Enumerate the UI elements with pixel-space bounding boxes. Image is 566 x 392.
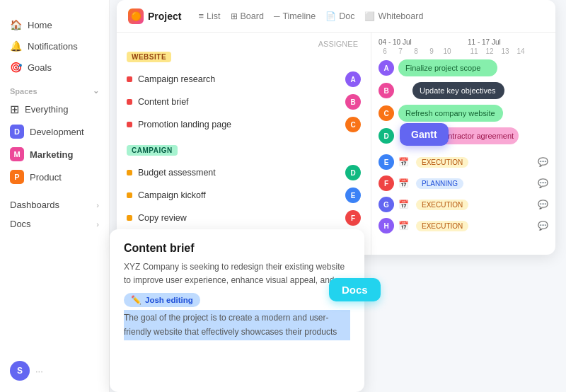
sidebar-item-dashboards[interactable]: Dashboards › xyxy=(0,195,109,214)
gantt-status-row: G 📅 EXECUTION 💬 xyxy=(379,194,548,215)
everything-icon: ⊞ xyxy=(10,103,19,116)
gantt-bar-row: C Refresh company website xyxy=(379,105,548,122)
assignee-avatar: C xyxy=(379,105,394,121)
development-dot: D xyxy=(10,125,24,139)
assignee-avatar: B xyxy=(345,94,361,110)
task-dot xyxy=(127,170,132,175)
assignee-avatar: F xyxy=(345,210,361,226)
docs-highlighted-text: The goal of the project is to create a m… xyxy=(124,310,350,340)
tab-list-label: List xyxy=(207,11,220,21)
chevron-right-icon: › xyxy=(96,220,99,229)
assignee-avatar: E xyxy=(345,188,361,203)
status-badge: EXECUTION xyxy=(416,200,468,210)
chevron-right-icon: › xyxy=(96,201,99,209)
gantt-day: 14 xyxy=(514,47,527,55)
whiteboard-icon: ⬜ xyxy=(364,11,375,21)
gantt-status-row: H 📅 EXECUTION 💬 xyxy=(379,215,548,236)
task-row: Campaign research A xyxy=(127,68,361,91)
status-badge: EXECUTION xyxy=(416,157,468,168)
project-icon: 🟠 xyxy=(128,8,144,24)
tab-doc[interactable]: 📄 Doc xyxy=(325,10,354,23)
dashboards-label: Dashboards xyxy=(10,200,59,210)
assignee-avatar: D xyxy=(379,128,394,144)
sidebar-item-notifications[interactable]: 🔔 Notifications xyxy=(0,35,109,57)
task-name: Promotion landing page xyxy=(138,120,231,129)
sidebar-item-docs[interactable]: Docs › xyxy=(0,214,109,234)
assignee-avatar: D xyxy=(345,165,361,180)
task-dot xyxy=(127,76,132,82)
task-row: Promotion landing page C xyxy=(127,113,361,136)
goals-icon: 🎯 xyxy=(10,62,22,73)
calendar-icon: 📅 xyxy=(398,221,409,231)
user-menu-dots: ··· xyxy=(35,366,43,376)
task-name: Budget assessment xyxy=(138,168,216,178)
spaces-section-label: Spaces ⌄ xyxy=(0,78,109,98)
avatar: S xyxy=(10,361,30,381)
sidebar-item-goals[interactable]: 🎯 Goals xyxy=(0,57,109,78)
task-dot xyxy=(127,122,132,127)
task-name: Campaign kickoff xyxy=(138,190,206,200)
assignee-avatar: A xyxy=(345,71,361,87)
task-dot xyxy=(127,192,132,198)
status-badge: EXECUTION xyxy=(416,221,468,231)
calendar-icon: 📅 xyxy=(398,178,409,188)
sidebar-item-development[interactable]: D Development xyxy=(0,120,109,143)
calendar-icon: 📅 xyxy=(398,157,409,167)
docs-title: Content brief xyxy=(124,242,350,255)
gantt-status-row: E 📅 EXECUTION 💬 xyxy=(379,151,548,173)
gantt-week2-label: 11 - 17 Jul xyxy=(468,38,527,46)
sidebar-item-label: Marketing xyxy=(30,149,73,160)
gantt-dates: 04 - 10 Jul 6 7 8 9 10 11 - 17 Jul xyxy=(379,38,548,55)
gantt-day: 13 xyxy=(499,47,512,55)
task-name: Content brief xyxy=(138,97,189,107)
status-badge: PLANNING xyxy=(416,178,463,189)
calendar-icon: 📅 xyxy=(398,200,409,209)
marketing-dot: M xyxy=(10,147,24,161)
sidebar-item-everything[interactable]: ⊞ Everything xyxy=(0,98,109,120)
tab-board-label: Board xyxy=(241,11,264,21)
task-name: Campaign research xyxy=(138,74,215,84)
tab-timeline[interactable]: ─ Timeline xyxy=(274,10,316,23)
gantt-day: 12 xyxy=(483,47,496,55)
task-row: Copy review F xyxy=(127,207,361,229)
gantt-week2: 11 - 17 Jul 11 12 13 14 xyxy=(468,38,527,55)
docs-body-paragraph1: XYZ Company is seeking to redesign their… xyxy=(124,260,350,287)
sidebar-item-label: Development xyxy=(30,127,84,137)
gantt-day: 8 xyxy=(410,47,422,55)
chevron-down-icon: ⌄ xyxy=(93,86,99,96)
gantt-day: 9 xyxy=(425,47,438,55)
sidebar-item-home[interactable]: 🏠 Home xyxy=(0,14,109,35)
sidebar-item-product[interactable]: P Product xyxy=(0,166,109,188)
gantt-day: 10 xyxy=(441,47,454,55)
assignee-col-header: ASSIGNEE xyxy=(127,40,361,48)
gantt-day: 7 xyxy=(394,47,407,55)
project-title-area: 🟠 Project xyxy=(128,8,181,24)
gantt-week1-label: 04 - 10 Jul xyxy=(379,38,454,46)
sidebar-user[interactable]: S ··· xyxy=(0,357,109,385)
tab-whiteboard[interactable]: ⬜ Whiteboard xyxy=(364,10,423,23)
task-row: Budget assessment D xyxy=(127,161,361,184)
tab-timeline-label: Timeline xyxy=(282,11,316,21)
gantt-status-row: F 📅 PLANNING 💬 xyxy=(379,173,548,194)
project-nav: ≡ List ⊞ Board ─ Timeline 📄 Doc ⬜ Whi xyxy=(198,9,423,23)
gantt-status-rows: E 📅 EXECUTION 💬 F 📅 PLANNING 💬 G 📅 xyxy=(379,151,548,236)
pencil-icon: ✏️ xyxy=(131,295,142,305)
gantt-bar-row: A Finalize project scope xyxy=(379,59,548,76)
main-area: 🟠 Project ≡ List ⊞ Board ─ Timeline 📄 xyxy=(110,0,566,392)
gantt-bar-row: B Update key objectives xyxy=(379,82,548,99)
gantt-panel: 04 - 10 Jul 6 7 8 9 10 11 - 17 Jul xyxy=(371,33,555,255)
assignee-avatar: H xyxy=(379,218,394,234)
sidebar-item-label: Everything xyxy=(25,104,68,115)
sidebar-item-marketing[interactable]: M Marketing xyxy=(0,143,109,166)
assignee-avatar: E xyxy=(379,154,394,170)
task-dot xyxy=(127,99,132,105)
docs-tooltip: Docs xyxy=(329,278,381,301)
gantt-bar: Update key objectives xyxy=(412,82,504,99)
chat-icon: 💬 xyxy=(538,157,548,167)
docs-card: Content brief XYZ Company is seeking to … xyxy=(110,229,364,392)
project-body: ASSIGNEE WEBSITE Campaign research A Con… xyxy=(117,33,555,255)
tab-list[interactable]: ≡ List xyxy=(198,9,220,23)
tab-board[interactable]: ⊞ Board xyxy=(231,10,264,23)
task-row: Content brief B xyxy=(127,91,361,113)
doc-icon: 📄 xyxy=(325,11,336,21)
